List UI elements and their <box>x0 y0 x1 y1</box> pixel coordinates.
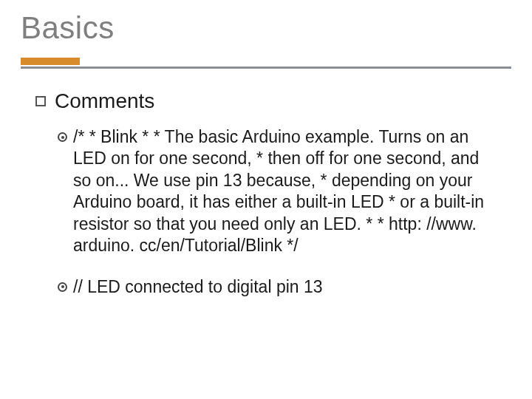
slide: Basics Comments /* * Blink * * The basic… <box>0 0 532 399</box>
bullet-level-2: /* * Blink * * The basic Arduino example… <box>58 126 511 257</box>
comment-block-text: /* * Blink * * The basic Arduino example… <box>73 126 487 257</box>
bullet-level-1: Comments <box>35 89 511 113</box>
title-rule <box>21 58 511 69</box>
comment-line-text: // LED connected to digital pin 13 <box>73 276 323 298</box>
rule-accent <box>21 58 80 65</box>
section-heading: Comments <box>55 89 154 113</box>
square-bullet-icon <box>35 96 46 106</box>
target-bullet-icon <box>58 282 67 292</box>
target-bullet-icon <box>58 132 67 142</box>
bullet-level-2: // LED connected to digital pin 13 <box>58 276 511 298</box>
slide-title: Basics <box>21 10 511 46</box>
sub-bullets: /* * Blink * * The basic Arduino example… <box>35 126 511 298</box>
rule-divider <box>21 66 511 69</box>
content-area: Comments /* * Blink * * The basic Arduin… <box>21 89 511 298</box>
